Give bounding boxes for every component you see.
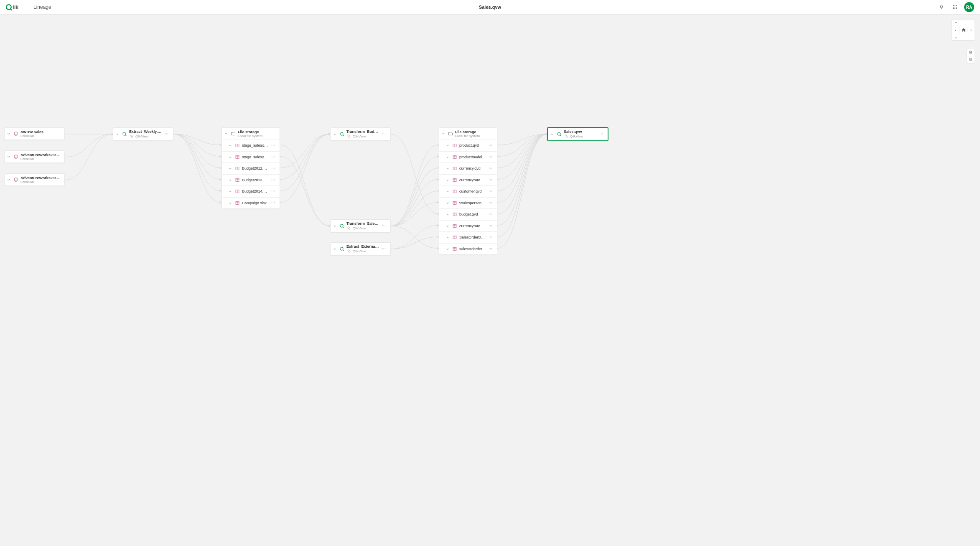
nav-up-button[interactable]: ⌃ xyxy=(952,20,960,27)
chevron-down-icon[interactable] xyxy=(228,143,233,148)
chevron-down-icon[interactable] xyxy=(445,189,450,194)
row-label: currencyrate.qvd xyxy=(459,224,486,228)
more-icon[interactable]: ⋯ xyxy=(164,131,170,137)
chevron-down-icon[interactable] xyxy=(445,155,450,160)
lineage-node[interactable]: Sales.qvwQlikView⋯ xyxy=(547,127,608,141)
lineage-node[interactable]: Extract_External.qvwQlikView⋯ xyxy=(330,242,391,256)
chevron-down-icon[interactable] xyxy=(445,246,450,251)
lineage-node[interactable]: Transform_Sales.qvwQlikView⋯ xyxy=(330,219,391,233)
nav-left-button[interactable]: ‹ xyxy=(952,27,960,33)
storage-row[interactable]: Budget2014.xlsx⋯ xyxy=(222,185,280,197)
chevron-up-icon[interactable] xyxy=(224,131,229,136)
more-icon[interactable]: ⋯ xyxy=(381,131,387,137)
nav-home-button[interactable] xyxy=(960,27,967,33)
more-icon[interactable]: ⋯ xyxy=(488,234,494,240)
more-icon[interactable]: ⋯ xyxy=(488,165,494,171)
row-label: stage_salesorderhead… xyxy=(242,155,269,159)
storage-row[interactable]: stage_salesorderdetail…⋯ xyxy=(222,140,280,151)
more-icon[interactable]: ⋯ xyxy=(598,131,604,137)
storage-row[interactable]: customer.qvd⋯ xyxy=(439,185,497,197)
lineage-node[interactable]: AWDW.Salesunknown xyxy=(4,127,65,140)
more-icon[interactable]: ⋯ xyxy=(270,154,276,160)
chevron-down-icon[interactable] xyxy=(445,235,450,240)
chevron-down-icon[interactable] xyxy=(445,143,450,148)
svg-point-4 xyxy=(955,5,955,6)
chevron-down-icon[interactable] xyxy=(445,223,450,229)
node-title: File storage xyxy=(238,130,276,134)
notifications-icon[interactable] xyxy=(937,3,946,11)
zoom-out-button[interactable] xyxy=(967,56,975,63)
chevron-up-icon[interactable] xyxy=(441,131,446,136)
lineage-node[interactable]: AdventureWorks2017.Produ…unknown xyxy=(4,173,65,186)
more-icon[interactable]: ⋯ xyxy=(488,246,494,252)
app-launcher-icon[interactable] xyxy=(951,3,959,11)
table-icon xyxy=(234,142,240,148)
chevron-down-icon[interactable] xyxy=(6,131,11,136)
svg-line-74 xyxy=(971,53,972,54)
chevron-down-icon[interactable] xyxy=(445,212,450,217)
chevron-down-icon[interactable] xyxy=(228,178,233,183)
chevron-down-icon[interactable] xyxy=(228,155,233,160)
storage-row[interactable]: Budget2013.xlsx⋯ xyxy=(222,174,280,186)
storage-row[interactable]: Campaign.xlsx⋯ xyxy=(222,197,280,209)
more-icon[interactable]: ⋯ xyxy=(270,142,276,148)
qlik-icon xyxy=(339,223,345,229)
more-icon[interactable]: ⋯ xyxy=(381,246,387,252)
chevron-down-icon[interactable] xyxy=(445,166,450,171)
nav-right-button[interactable]: › xyxy=(967,27,975,33)
zoom-in-button[interactable] xyxy=(967,49,975,56)
chevron-down-icon[interactable] xyxy=(6,154,11,159)
more-icon[interactable]: ⋯ xyxy=(381,223,387,229)
chevron-down-icon[interactable] xyxy=(228,201,233,206)
storage-row[interactable]: vsalesperson.qvd⋯ xyxy=(439,197,497,209)
more-icon[interactable]: ⋯ xyxy=(488,211,494,217)
lineage-node[interactable]: Transform_Budget.qvwQlikView⋯ xyxy=(330,127,391,141)
svg-point-11 xyxy=(956,8,957,9)
lineage-node[interactable]: AdventureWorks2017.Salesunknown xyxy=(4,150,65,163)
storage-node[interactable]: File storageLocal file systemstage_sales… xyxy=(221,127,280,209)
node-subtitle: QlikView xyxy=(346,226,379,231)
chevron-down-icon[interactable] xyxy=(332,132,337,137)
svg-point-7 xyxy=(955,7,955,8)
chevron-down-icon[interactable] xyxy=(115,132,120,137)
more-icon[interactable]: ⋯ xyxy=(488,200,494,206)
chevron-down-icon[interactable] xyxy=(228,189,233,194)
storage-row[interactable]: product.qvd⋯ xyxy=(439,140,497,151)
more-icon[interactable]: ⋯ xyxy=(488,142,494,148)
lineage-canvas[interactable]: AWDW.SalesunknownAdventureWorks2017.Sale… xyxy=(0,15,980,546)
chevron-down-icon[interactable] xyxy=(550,132,555,137)
table-icon xyxy=(234,165,240,171)
chevron-down-icon[interactable] xyxy=(332,223,337,229)
more-icon[interactable]: ⋯ xyxy=(488,154,494,160)
storage-row[interactable]: salesorderdetail.qvd⋯ xyxy=(439,243,497,255)
more-icon[interactable]: ⋯ xyxy=(488,177,494,183)
storage-node[interactable]: File storageLocal file systemproduct.qvd… xyxy=(439,127,497,255)
chevron-down-icon[interactable] xyxy=(445,201,450,206)
storage-row[interactable]: currency.qvd⋯ xyxy=(439,163,497,174)
nav-down-button[interactable]: ⌄ xyxy=(952,33,960,40)
chevron-down-icon[interactable] xyxy=(6,177,11,182)
user-avatar[interactable]: RA xyxy=(964,2,974,12)
more-icon[interactable]: ⋯ xyxy=(270,177,276,183)
more-icon[interactable]: ⋯ xyxy=(488,223,494,229)
storage-row[interactable]: productmodel.qvd⋯ xyxy=(439,151,497,163)
storage-row[interactable]: currencyrate.qvd⋯ xyxy=(439,174,497,186)
svg-line-38 xyxy=(343,227,344,228)
more-icon[interactable]: ⋯ xyxy=(270,165,276,171)
row-label: Budget2012.xlsx xyxy=(242,166,269,170)
chevron-down-icon[interactable] xyxy=(332,246,337,251)
nav-pad: ⌃ ‹ › ⌄ xyxy=(952,20,975,41)
more-icon[interactable]: ⋯ xyxy=(488,188,494,194)
chevron-down-icon[interactable] xyxy=(445,178,450,183)
lineage-node[interactable]: Extract_Weekly.qvwQlikView⋯ xyxy=(113,127,173,141)
more-icon[interactable]: ⋯ xyxy=(270,188,276,194)
chevron-down-icon[interactable] xyxy=(228,166,233,171)
storage-row[interactable]: SalesOrderDetail_202…⋯ xyxy=(439,231,497,243)
storage-row[interactable]: budget.qvd⋯ xyxy=(439,208,497,220)
table-icon xyxy=(452,177,458,183)
storage-row[interactable]: currencyrate.qvd⋯ xyxy=(439,220,497,232)
more-icon[interactable]: ⋯ xyxy=(270,200,276,206)
storage-row[interactable]: stage_salesorderhead…⋯ xyxy=(222,151,280,163)
storage-row[interactable]: Budget2012.xlsx⋯ xyxy=(222,163,280,174)
qlik-icon xyxy=(339,131,345,137)
